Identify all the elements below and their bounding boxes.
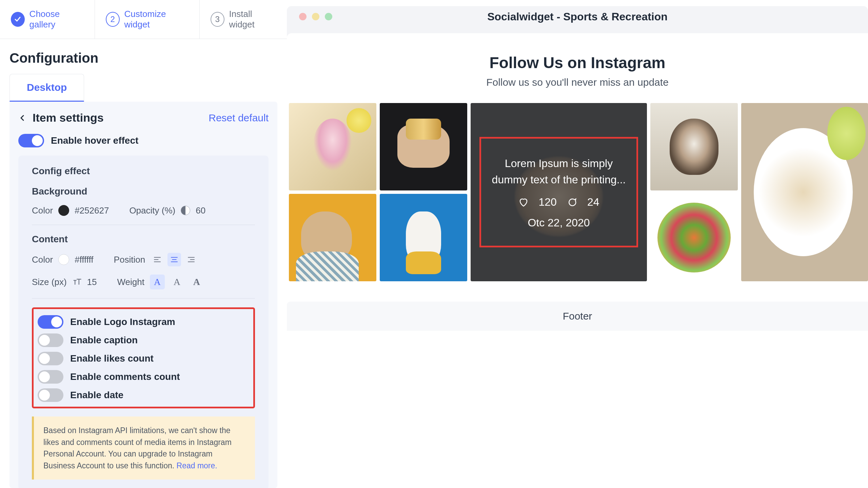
preview-footer: Footer <box>287 302 868 331</box>
background-color-picker[interactable]: Color #252627 <box>32 205 109 216</box>
preview-body: Follow Us on Instagram Follow us so you'… <box>287 33 868 331</box>
step-label: Choose gallery <box>29 9 84 30</box>
weight-bold-button[interactable]: A <box>189 274 204 289</box>
overlay-toggles-group: Enable Logo Instagram Enable caption Ena… <box>32 307 255 408</box>
hover-overlay: Lorem Ipsum is simply dummy text of the … <box>479 137 638 247</box>
background-section-title: Background <box>32 186 255 197</box>
preview-panel: Socialwidget - Sports & Recreation Follo… <box>287 0 868 488</box>
window-maximize-icon <box>325 13 332 20</box>
window-minimize-icon <box>312 13 319 20</box>
size-value: 15 <box>87 277 97 287</box>
toggle-enable-caption: Enable caption <box>38 333 249 347</box>
toggle-switch[interactable] <box>18 134 44 147</box>
toggle-switch[interactable] <box>38 315 63 329</box>
color-label: Color <box>32 255 53 265</box>
feed-tile[interactable] <box>380 194 467 281</box>
opacity-label: Opacity (%) <box>129 205 175 216</box>
hover-date: Otc 22, 2020 <box>528 217 590 229</box>
feed-tile[interactable] <box>289 103 376 190</box>
chevron-left-icon[interactable] <box>18 114 26 122</box>
hover-caption: Lorem Ipsum is simply dummy text of the … <box>491 155 626 188</box>
color-hex-value: #252627 <box>75 205 109 216</box>
step-label: Install widget <box>229 9 276 30</box>
browser-frame: Socialwidget - Sports & Recreation Follo… <box>287 6 868 331</box>
color-swatch-icon <box>58 254 69 265</box>
color-hex-value: #ffffff <box>75 255 93 265</box>
wizard-stepper: Choose gallery 2 Customize widget 3 Inst… <box>0 0 287 39</box>
check-circle-icon <box>11 12 25 27</box>
comment-icon <box>567 197 577 207</box>
item-settings-title: Item settings <box>33 111 104 124</box>
left-config-panel: Choose gallery 2 Customize widget 3 Inst… <box>0 0 287 488</box>
settings-panel: Item settings Reset default Enable hover… <box>9 102 277 488</box>
feed-tile[interactable] <box>650 103 738 190</box>
content-color-picker[interactable]: Color #ffffff <box>32 254 94 265</box>
toggle-enable-date: Enable date <box>38 388 249 402</box>
configuration-heading: Configuration <box>0 39 287 74</box>
config-effect-title: Config effect <box>32 166 255 177</box>
window-controls <box>299 13 332 20</box>
instagram-feed-grid: Lorem Ipsum is simply dummy text of the … <box>287 103 868 281</box>
toggle-label: Enable date <box>70 390 123 401</box>
toggle-enable-comments-count: Enable comments count <box>38 370 249 384</box>
divider <box>32 225 255 225</box>
step-customize-widget[interactable]: 2 Customize widget <box>95 0 200 39</box>
weight-label: Weight <box>117 277 144 287</box>
weight-light-button[interactable]: A <box>150 274 165 289</box>
opacity-icon <box>181 206 190 215</box>
toggle-switch[interactable] <box>38 370 63 384</box>
settings-header: Item settings Reset default <box>18 111 269 124</box>
feed-tile-hovered[interactable]: Lorem Ipsum is simply dummy text of the … <box>471 103 647 281</box>
feed-tile[interactable] <box>741 103 868 281</box>
divider <box>32 298 255 299</box>
color-swatch-icon <box>58 205 69 216</box>
feed-title: Follow Us on Instagram <box>287 54 868 72</box>
size-label: Size (px) <box>32 277 67 287</box>
browser-title-bar: Socialwidget - Sports & Recreation <box>287 6 868 27</box>
text-size-icon <box>72 277 82 287</box>
likes-count: 120 <box>539 196 557 208</box>
tab-desktop[interactable]: Desktop <box>9 74 84 102</box>
toggle-enable-logo-instagram: Enable Logo Instagram <box>38 315 249 329</box>
position-label: Position <box>114 255 145 265</box>
step-choose-gallery[interactable]: Choose gallery <box>0 0 95 39</box>
reset-default-link[interactable]: Reset default <box>209 112 269 124</box>
step-number-icon: 2 <box>106 12 120 27</box>
toggle-label: Enable likes count <box>70 353 154 364</box>
toggle-enable-hover-effect: Enable hover effect <box>18 134 269 147</box>
step-label: Customize widget <box>124 9 189 30</box>
comments-count: 24 <box>587 196 599 208</box>
toggle-switch[interactable] <box>38 388 63 402</box>
align-right-button[interactable] <box>184 253 198 266</box>
font-weight-selector: Weight A A A <box>117 274 204 289</box>
api-limitation-notice: Based on Instagram API limitations, we c… <box>32 416 255 480</box>
window-close-icon <box>299 13 307 20</box>
feed-subtitle: Follow us so you'll never miss an update <box>287 77 868 88</box>
read-more-link[interactable]: Read more. <box>177 461 217 470</box>
browser-title: Socialwidget - Sports & Recreation <box>487 11 668 23</box>
weight-regular-button[interactable]: A <box>170 274 184 289</box>
font-size-input[interactable]: Size (px) 15 <box>32 277 97 287</box>
config-effect-card: Config effect Background Color #252627 O… <box>18 156 269 488</box>
toggle-enable-likes-count: Enable likes count <box>38 352 249 365</box>
hover-stats: 120 24 <box>518 196 599 208</box>
align-left-button[interactable] <box>151 253 164 266</box>
feed-tile[interactable] <box>289 194 376 281</box>
toggle-label: Enable Logo Instagram <box>70 317 175 327</box>
color-label: Color <box>32 205 53 216</box>
toggle-label: Enable comments count <box>70 371 180 382</box>
heart-icon <box>518 197 529 207</box>
feed-tile[interactable] <box>380 103 467 190</box>
step-number-icon: 3 <box>211 12 224 27</box>
opacity-input[interactable]: Opacity (%) 60 <box>129 205 205 216</box>
align-center-button[interactable] <box>167 253 181 266</box>
feed-tile[interactable] <box>650 194 738 281</box>
toggle-label: Enable caption <box>70 335 138 346</box>
toggle-switch[interactable] <box>38 352 63 365</box>
toggle-switch[interactable] <box>38 333 63 347</box>
device-tabs: Desktop <box>0 74 287 102</box>
content-section-title: Content <box>32 234 255 245</box>
opacity-value: 60 <box>196 205 205 216</box>
position-selector: Position <box>114 253 198 266</box>
step-install-widget[interactable]: 3 Install widget <box>200 0 287 39</box>
